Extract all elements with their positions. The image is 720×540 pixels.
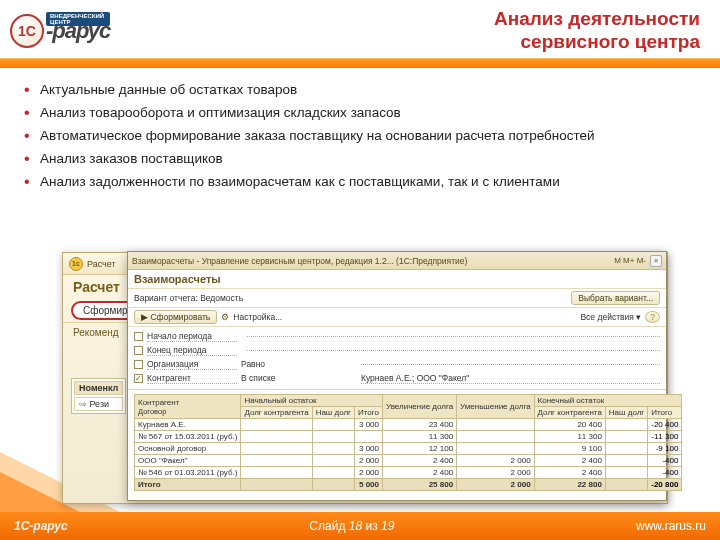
- table-row: № 567 от 15.03.2011 (руб.)11 30011 300-1…: [135, 431, 682, 443]
- col-end: Конечный остаток: [534, 395, 682, 407]
- front-heading: Взаиморасчеты: [128, 270, 666, 289]
- slide-counter: Слайд 18 из 19: [309, 519, 394, 533]
- bullet-item: Актуальные данные об остатках товаров: [24, 82, 696, 99]
- logo-brand: ВНЕДРЕНЧЕСКИЙ ЦЕНТР -рарус: [46, 18, 110, 44]
- form-button[interactable]: ▶ Сформировать: [134, 310, 217, 324]
- all-actions-menu[interactable]: Все действия ▾: [580, 312, 641, 322]
- bullet-item: Анализ задолженности по взаиморасчетам к…: [24, 174, 696, 191]
- app-1c-icon: 1c: [69, 257, 83, 271]
- variant-row: Вариант отчета: Ведомость Выбрать вариан…: [128, 289, 666, 308]
- table-row: ООО "Факел"2 0002 4002 0002 400-400: [135, 455, 682, 467]
- variant-label: Вариант отчета:: [134, 293, 198, 303]
- table-row: Основной договор3 00012 1009 100-9 100: [135, 443, 682, 455]
- choose-variant-button[interactable]: Выбрать вариант...: [571, 291, 660, 305]
- param-checkbox[interactable]: [134, 360, 143, 369]
- back-nom-item: Рези: [90, 399, 110, 409]
- bullet-list: Актуальные данные об остатках товаров Ан…: [0, 70, 720, 190]
- bullet-item: Анализ товарооборота и оптимизация склад…: [24, 105, 696, 122]
- back-nom-table: Номенкл ⇨ Рези: [71, 378, 126, 414]
- param-value[interactable]: Курнаев А.Е.; ООО "Факел": [361, 373, 660, 384]
- param-label: Конец периода: [147, 345, 237, 356]
- param-label: Организация: [147, 359, 237, 370]
- param-row: Конец периода: [134, 343, 660, 357]
- logo-1c-icon: 1C: [10, 14, 44, 48]
- form-button-label: Сформировать: [150, 312, 210, 322]
- back-nom-header: Номенкл: [74, 381, 123, 395]
- col-end-tot: Итого: [648, 407, 682, 419]
- settings-link[interactable]: Настройка...: [233, 312, 282, 322]
- col-begin-our: Наш долг: [312, 407, 354, 419]
- col-begin: Начальный остаток: [241, 395, 383, 407]
- footer-logo: 1С-рарус: [14, 519, 68, 533]
- bullet-item: Автоматическое формирование заказа поста…: [24, 128, 696, 145]
- logo: 1C ВНЕДРЕНЧЕСКИЙ ЦЕНТР -рарус: [10, 14, 110, 48]
- param-checkbox[interactable]: [134, 346, 143, 355]
- accent-bar: [0, 58, 720, 70]
- slide-header: 1C ВНЕДРЕНЧЕСКИЙ ЦЕНТР -рарус Анализ дея…: [0, 0, 720, 58]
- window-tools: M M+ M- ×: [614, 255, 662, 267]
- slide-footer: 1С-рарус Слайд 18 из 19 www.rarus.ru: [0, 512, 720, 540]
- gear-icon[interactable]: ⚙: [221, 312, 229, 322]
- param-op: В списке: [241, 373, 351, 383]
- param-value[interactable]: [361, 364, 660, 365]
- close-icon[interactable]: ×: [650, 255, 662, 267]
- table-row: № 546 от 01.03.2011 (руб.)2 0002 4002 00…: [135, 467, 682, 479]
- col-dec: Уменьшение долга: [457, 395, 534, 419]
- slide-title-line1: Анализ деятельности: [494, 8, 700, 31]
- front-titlebar: Взаиморасчеты - Управление сервисным цен…: [128, 252, 666, 270]
- report-table: Контрагент Договор Начальный остаток Уве…: [134, 394, 682, 491]
- table-row: Курнаев А.Е.3 00023 40020 400-20 400: [135, 419, 682, 431]
- col-begin-tot: Итого: [355, 407, 383, 419]
- slide-title: Анализ деятельности сервисного центра: [494, 8, 700, 54]
- table-total-row: Итого5 00025 8002 00022 800-20 800: [135, 479, 682, 491]
- footer-site: www.rarus.ru: [636, 519, 706, 533]
- arrow-icon: ⇨: [79, 399, 87, 409]
- param-row: Организация Равно: [134, 357, 660, 371]
- col-contragent: Контрагент Договор: [135, 395, 241, 419]
- param-checkbox[interactable]: [134, 332, 143, 341]
- toolbar-row: ▶ Сформировать ⚙ Настройка... Все действ…: [128, 308, 666, 327]
- param-row: Контрагент В списке Курнаев А.Е.; ООО "Ф…: [134, 371, 660, 385]
- col-end-our: Наш долг: [605, 407, 647, 419]
- param-checkbox[interactable]: [134, 374, 143, 383]
- col-inc: Увеличение долга: [383, 395, 457, 419]
- screenshot-layer: 1c Расчет Расчет Сформир Рекоменд Номенк…: [62, 252, 668, 504]
- back-window-title: Расчет: [87, 259, 116, 269]
- memory-tools[interactable]: M M+ M-: [614, 256, 646, 265]
- params-panel: Начало периода Конец периода Организация…: [128, 327, 666, 390]
- param-row: Начало периода: [134, 329, 660, 343]
- front-window-title: Взаиморасчеты - Управление сервисным цен…: [132, 256, 467, 266]
- param-label: Контрагент: [147, 373, 237, 384]
- param-value[interactable]: [247, 336, 660, 337]
- front-window: Взаиморасчеты - Управление сервисным цен…: [127, 251, 667, 501]
- slide-title-line2: сервисного центра: [494, 31, 700, 54]
- col-begin-debt: Долг контрагента: [241, 407, 312, 419]
- help-icon[interactable]: ?: [645, 311, 660, 323]
- param-op: Равно: [241, 359, 351, 369]
- param-value[interactable]: [247, 350, 660, 351]
- bullet-item: Анализ заказов поставщиков: [24, 151, 696, 168]
- param-label: Начало периода: [147, 331, 237, 342]
- variant-value: Ведомость: [200, 293, 243, 303]
- logo-tagline: ВНЕДРЕНЧЕСКИЙ ЦЕНТР: [46, 12, 110, 26]
- col-end-debt: Долг контрагента: [534, 407, 605, 419]
